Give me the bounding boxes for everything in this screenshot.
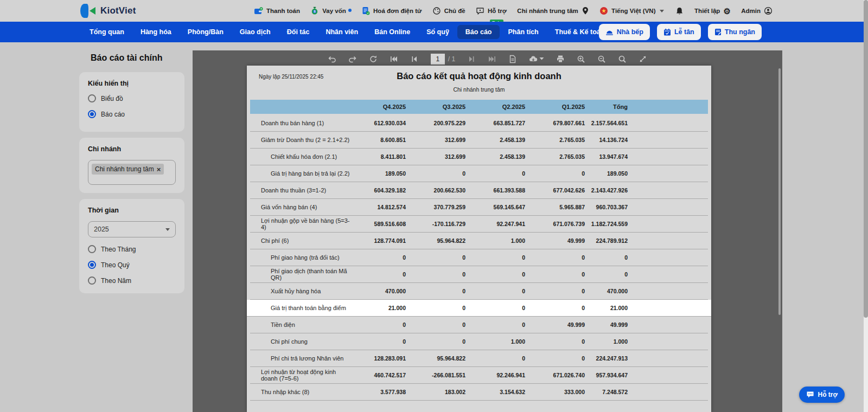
nav-tab[interactable]: Tổng quan <box>81 25 132 39</box>
cloud-download-icon <box>529 55 538 63</box>
row-label: Giá trị hàng bán bị trả lại (2.2) <box>250 170 350 177</box>
radio-option[interactable]: Biểu đồ <box>88 94 176 102</box>
row-value: 0 <box>470 170 529 177</box>
radio-icon[interactable] <box>88 245 96 253</box>
nav-tab[interactable]: Sổ quỹ <box>418 25 457 39</box>
radio-option[interactable]: Theo Tháng <box>88 245 176 253</box>
radio-icon[interactable] <box>88 261 96 269</box>
table-row: Giá trị hàng bán bị trả lại (2.2)189.050… <box>250 165 708 182</box>
row-value: 1.182.724.559 <box>589 221 632 227</box>
viewer-scrollbar[interactable] <box>778 68 781 315</box>
row-value: 14.136.724 <box>589 137 632 143</box>
theme-palette-icon <box>432 7 441 15</box>
row-value: 128.283.091 <box>350 355 410 362</box>
radio-label: Theo Năm <box>101 277 131 285</box>
row-label: Lợi nhuận gộp về bán hàng (5=3-4) <box>250 217 350 230</box>
row-value: 8.411.801 <box>350 153 410 160</box>
next-page-icon[interactable] <box>467 55 476 63</box>
table-row: Doanh thu thuần (3=1-2)604.329.182200.66… <box>250 182 708 199</box>
undo-icon[interactable] <box>328 55 336 63</box>
zoom-in-icon[interactable] <box>577 55 585 63</box>
calendar-icon <box>663 28 671 36</box>
row-value: 3.154.632 <box>470 389 529 395</box>
row-value: 589.516.608 <box>350 221 410 227</box>
nav-tab[interactable]: Giao dịch <box>232 25 279 39</box>
row-label: Phí giao hàng (trả đối tác) <box>250 254 350 261</box>
row-value: 92.246.941 <box>470 372 529 378</box>
refresh-icon[interactable] <box>369 55 378 63</box>
nav-tab[interactable]: Đối tác <box>279 25 318 39</box>
menu-support[interactable]: Hỗ trợ Beta <box>476 7 507 15</box>
export-document-icon[interactable] <box>508 55 517 63</box>
radio-icon[interactable] <box>88 94 96 102</box>
table-row: Chi phí (6)128.774.09195.964.8221.00049.… <box>250 233 708 249</box>
print-icon[interactable] <box>556 55 565 63</box>
redo-icon[interactable] <box>348 55 357 63</box>
menu-payment[interactable]: Thanh toán <box>254 7 300 15</box>
cashier-button[interactable]: Thu ngân <box>708 24 762 40</box>
nav-tab[interactable]: Phòng/Bàn <box>180 25 232 39</box>
row-value: 0 <box>529 271 589 278</box>
row-label: Phí chi trả lương Nhân viên <box>250 355 350 362</box>
menu-einvoice[interactable]: Hoá đơn điện tử <box>362 7 422 15</box>
first-page-icon[interactable] <box>390 55 398 63</box>
table-row: Giá vốn hàng bán (4)14.812.574370.779.25… <box>250 199 708 216</box>
notification-bell[interactable] <box>675 7 684 16</box>
row-value: 5.965.887 <box>529 204 589 210</box>
display-type-title: Kiểu hiển thị <box>88 80 176 87</box>
menu-admin[interactable]: Admin <box>741 7 773 15</box>
support-chat-icon <box>806 391 814 398</box>
nav-tab[interactable]: Hàng hóa <box>132 25 180 39</box>
table-row-highlighted: Giá trị thanh toán bằng điểm21.00000021.… <box>247 300 711 317</box>
report-title: Báo cáo kết quả hoạt động kinh doanh <box>247 71 711 81</box>
row-value: 49.999 <box>529 237 589 244</box>
row-value: 95.964.822 <box>410 237 470 244</box>
row-value: 604.329.182 <box>350 187 410 194</box>
row-value: 312.699 <box>410 137 470 143</box>
row-value: 0 <box>410 254 470 261</box>
branch-select-box[interactable]: Chi nhánh trung tâm × <box>88 160 176 185</box>
nav-tab[interactable]: Nhân viên <box>317 25 366 39</box>
top-bar: KiotViet Thanh toán $ Vay vốn Hoá đơn đi… <box>0 0 864 22</box>
row-value: 612.930.034 <box>350 120 410 126</box>
year-select[interactable]: 2025 <box>88 221 176 237</box>
nav-tab[interactable]: Phân tích <box>500 25 546 39</box>
close-icon[interactable]: × <box>157 166 161 173</box>
row-value: 200.975.229 <box>410 120 470 126</box>
reception-button[interactable]: Lễ tân <box>657 24 701 40</box>
radio-option[interactable]: Báo cáo <box>88 110 176 118</box>
support-fab-button[interactable]: Hỗ trợ <box>799 387 845 403</box>
zoom-out-icon[interactable] <box>597 55 606 63</box>
page-number-input[interactable] <box>431 54 445 65</box>
menu-settings[interactable]: Thiết lập ⚙ <box>694 7 731 15</box>
row-value: 0 <box>470 271 529 278</box>
search-icon[interactable] <box>618 55 627 63</box>
window-scrollbar-thumb[interactable] <box>864 0 868 318</box>
menu-language[interactable]: Tiếng Việt (VN) <box>599 7 664 15</box>
last-page-icon[interactable] <box>488 55 496 63</box>
nav-tab[interactable]: Báo cáo <box>457 25 500 39</box>
menu-branch[interactable]: Chi nhánh trung tâm <box>517 7 589 15</box>
row-value: 569.145.647 <box>470 204 529 210</box>
radio-option[interactable]: Theo Năm <box>88 276 176 285</box>
radio-option[interactable]: Theo Quý <box>88 261 176 269</box>
prev-page-icon[interactable] <box>410 55 419 63</box>
table-row: Lợi nhuận từ hoạt động kinh doanh (7=5-6… <box>250 367 708 384</box>
row-value: 8.600.851 <box>350 137 410 143</box>
column-header: Q4.2025 <box>350 104 410 110</box>
row-value: 7.248.572 <box>589 389 632 395</box>
row-label: Thu nhập khác (8) <box>250 389 350 395</box>
fullscreen-icon[interactable] <box>639 55 647 63</box>
display-type-card: Kiểu hiển thị Biểu đồBáo cáo <box>79 72 184 132</box>
radio-icon[interactable] <box>88 276 96 285</box>
download-dropdown[interactable] <box>529 55 544 63</box>
gear-icon: ⚙ <box>723 7 730 15</box>
menu-loan[interactable]: $ Vay vốn <box>310 7 351 15</box>
column-header: Q2.2025 <box>470 104 529 110</box>
nav-tab[interactable]: Bán Online <box>366 25 418 39</box>
kiotviet-logo[interactable]: KiotViet <box>80 4 136 18</box>
menu-theme[interactable]: Chủ đề <box>432 7 465 15</box>
kitchen-button[interactable]: Nhà bếp <box>599 24 650 40</box>
row-value: 92.247.941 <box>470 221 529 227</box>
radio-icon[interactable] <box>88 110 96 118</box>
